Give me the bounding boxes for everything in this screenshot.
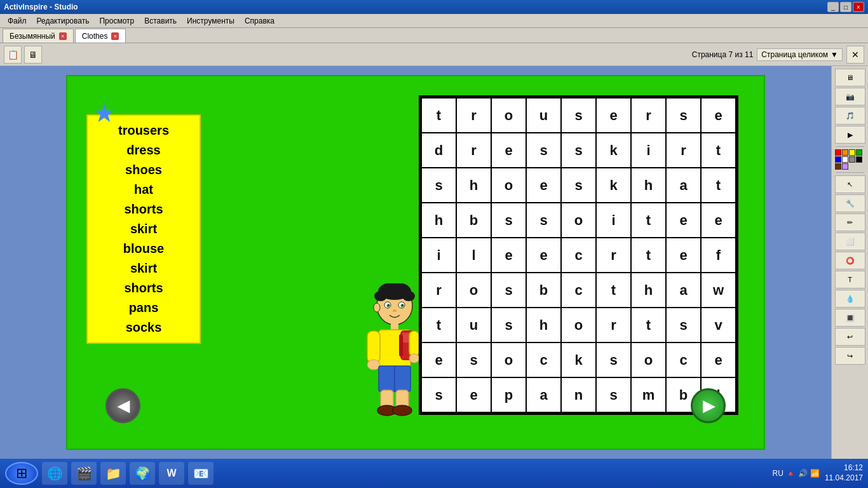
grid-cell-5-2[interactable]: s [491,273,526,308]
grid-cell-2-4[interactable]: s [561,168,596,203]
grid-cell-6-8[interactable]: v [701,308,736,342]
tab-clothes[interactable]: Clothes × [75,29,126,43]
toolbar-btn-2[interactable]: 🖥 [24,46,42,64]
color-gray[interactable] [849,156,855,163]
grid-cell-2-1[interactable]: h [456,168,491,203]
grid-cell-1-0[interactable]: d [421,133,456,168]
grid-cell-3-3[interactable]: s [526,203,561,238]
sidebar-circle-btn[interactable]: ⭕ [835,252,865,269]
color-orange[interactable] [842,149,848,156]
menu-help[interactable]: Справка [240,15,280,27]
grid-cell-7-5[interactable]: s [596,342,631,377]
grid-cell-8-0[interactable]: s [421,377,456,412]
grid-cell-4-1[interactable]: l [456,238,491,273]
grid-cell-8-1[interactable]: e [456,377,491,412]
grid-cell-7-6[interactable]: o [631,342,666,377]
grid-cell-3-8[interactable]: e [701,203,736,238]
grid-cell-7-4[interactable]: k [561,342,596,377]
grid-cell-8-4[interactable]: n [561,377,596,412]
grid-cell-0-1[interactable]: r [456,98,491,133]
menu-edit[interactable]: Редактировать [32,15,95,27]
tab-unnamed[interactable]: Безымянный × [3,29,74,43]
grid-cell-6-0[interactable]: t [421,308,456,342]
sidebar-btn-1[interactable]: 🖥 [835,69,865,86]
grid-cell-1-5[interactable]: k [596,133,631,168]
grid-cell-1-7[interactable]: r [666,133,701,168]
word-skirt-1[interactable]: skirt [97,220,190,238]
grid-cell-6-4[interactable]: o [561,308,596,342]
color-purple[interactable] [842,163,848,170]
grid-cell-4-6[interactable]: t [631,238,666,273]
grid-cell-5-0[interactable]: r [421,273,456,308]
grid-cell-7-0[interactable]: e [421,342,456,377]
sidebar-redo-btn[interactable]: ↪ [835,347,865,365]
sidebar-undo-btn[interactable]: ↩ [835,328,865,346]
sidebar-btn-4[interactable]: ▶ [835,126,865,144]
word-blouse[interactable]: blouse [97,240,190,257]
grid-cell-4-8[interactable]: f [701,238,736,273]
grid-cell-0-8[interactable]: e [701,98,736,133]
grid-cell-4-2[interactable]: e [491,238,526,273]
sidebar-btn-2[interactable]: 📷 [835,88,865,105]
sidebar-pen-btn[interactable]: ✏ [835,214,865,231]
sidebar-text-btn[interactable]: T [835,271,865,288]
grid-cell-6-3[interactable]: h [526,308,561,342]
grid-cell-2-7[interactable]: a [666,168,701,203]
start-button[interactable]: ⊞ [5,462,38,485]
grid-cell-6-6[interactable]: t [631,308,666,342]
grid-cell-2-5[interactable]: k [596,168,631,203]
grid-cell-2-6[interactable]: h [631,168,666,203]
page-dropdown[interactable]: Страница целиком ▼ [757,48,843,61]
grid-cell-0-6[interactable]: r [631,98,666,133]
grid-cell-3-7[interactable]: e [666,203,701,238]
grid-cell-3-6[interactable]: t [631,203,666,238]
grid-cell-3-5[interactable]: i [596,203,631,238]
grid-cell-3-1[interactable]: b [456,203,491,238]
menu-insert[interactable]: Вставить [139,15,182,27]
tab-unnamed-close[interactable]: × [59,32,67,40]
grid-cell-8-6[interactable]: m [631,377,666,412]
grid-cell-2-0[interactable]: s [421,168,456,203]
grid-cell-1-1[interactable]: r [456,133,491,168]
sidebar-spray-btn[interactable]: 💧 [835,290,865,308]
grid-cell-4-3[interactable]: e [526,238,561,273]
taskbar-word[interactable]: W [159,462,184,485]
word-dress[interactable]: dress [97,142,190,159]
minimize-button[interactable]: _ [827,2,839,12]
grid-cell-5-8[interactable]: w [701,273,736,308]
sidebar-cursor-btn[interactable]: ↖ [835,175,865,193]
close-button[interactable]: × [853,2,864,12]
grid-cell-5-6[interactable]: h [631,273,666,308]
grid-cell-7-3[interactable]: c [526,342,561,377]
taskbar-folder[interactable]: 📁 [100,462,126,485]
grid-cell-1-6[interactable]: i [631,133,666,168]
grid-cell-8-5[interactable]: s [596,377,631,412]
taskbar-ie[interactable]: 🌐 [42,462,67,485]
word-shorts-2[interactable]: shorts [97,280,190,297]
word-shoes[interactable]: shoes [97,161,190,179]
color-red[interactable] [835,149,841,156]
grid-cell-8-2[interactable]: p [491,377,526,412]
grid-cell-3-2[interactable]: s [491,203,526,238]
color-yellow[interactable] [849,149,855,156]
grid-cell-4-0[interactable]: i [421,238,456,273]
grid-cell-5-4[interactable]: c [561,273,596,308]
sidebar-stamp-btn[interactable]: 🔳 [835,309,865,327]
grid-cell-1-8[interactable]: t [701,133,736,168]
tab-clothes-close[interactable]: × [111,32,119,40]
sidebar-btn-3[interactable]: 🎵 [835,107,865,125]
menu-file[interactable]: Файл [3,15,32,27]
grid-cell-4-7[interactable]: e [666,238,701,273]
grid-cell-2-8[interactable]: t [701,168,736,203]
grid-cell-0-2[interactable]: o [491,98,526,133]
toolbar-close-btn[interactable]: ✕ [846,46,864,64]
grid-cell-5-5[interactable]: t [596,273,631,308]
taskbar-chrome[interactable]: 🌍 [130,462,155,485]
grid-cell-2-3[interactable]: e [526,168,561,203]
grid-cell-6-7[interactable]: s [666,308,701,342]
menu-view[interactable]: Просмотр [94,15,139,27]
grid-cell-0-3[interactable]: u [526,98,561,133]
grid-cell-8-3[interactable]: a [526,377,561,412]
grid-cell-0-5[interactable]: e [596,98,631,133]
grid-cell-0-7[interactable]: s [666,98,701,133]
